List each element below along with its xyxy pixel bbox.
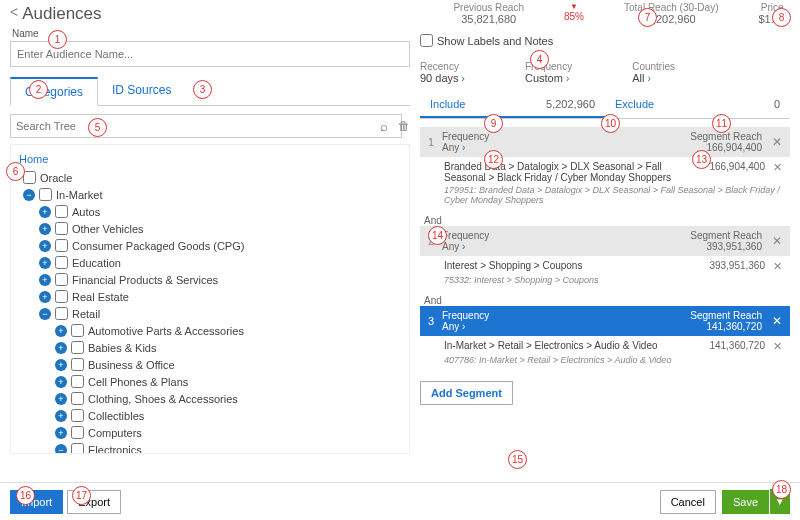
search-icon[interactable]: ⌕ bbox=[380, 119, 388, 134]
remove-segment-icon[interactable]: ✕ bbox=[772, 234, 782, 248]
delta-icon: ▼ bbox=[564, 2, 584, 11]
include-tab[interactable]: Include5,202,960 bbox=[420, 92, 605, 118]
delta-value: 85% bbox=[564, 11, 584, 22]
exclude-count: 0 bbox=[774, 98, 780, 112]
tree-label: Clothing, Shoes & Accessories bbox=[88, 393, 238, 405]
expand-icon[interactable]: + bbox=[39, 274, 51, 286]
segment-row-reach: 393,951,360 bbox=[685, 260, 765, 273]
exclude-tab[interactable]: Exclude0 bbox=[605, 92, 790, 118]
audience-name-input[interactable] bbox=[10, 41, 410, 67]
back-icon[interactable]: < bbox=[10, 4, 18, 20]
tree-label: In-Market bbox=[56, 189, 102, 201]
prev-reach-label: Previous Reach bbox=[453, 2, 524, 13]
tree-label: Collectibles bbox=[88, 410, 144, 422]
tree-label: Automotive Parts & Accessories bbox=[88, 325, 244, 337]
remove-row-icon[interactable]: ✕ bbox=[773, 161, 782, 183]
segment-header-2[interactable]: 2FrequencyAny ›Segment Reach393,951,360✕ bbox=[420, 226, 790, 256]
tree-label: Cell Phones & Plans bbox=[88, 376, 188, 388]
expand-icon[interactable]: + bbox=[55, 342, 67, 354]
save-dropdown-icon[interactable]: ▾ bbox=[770, 489, 790, 514]
segment-row-reach: 141,360,720 bbox=[685, 340, 765, 353]
tree-checkbox[interactable] bbox=[55, 205, 68, 218]
tree-checkbox[interactable] bbox=[71, 426, 84, 439]
include-count: 5,202,960 bbox=[546, 98, 595, 110]
expand-icon[interactable]: + bbox=[39, 257, 51, 269]
expand-icon[interactable]: + bbox=[39, 240, 51, 252]
tree-checkbox[interactable] bbox=[55, 290, 68, 303]
expand-icon[interactable]: + bbox=[55, 376, 67, 388]
frequency-value[interactable]: Custom › bbox=[525, 72, 572, 84]
segment-subtext: 407786: In-Market > Retail > Electronics… bbox=[420, 355, 790, 371]
import-button[interactable]: Import bbox=[10, 490, 63, 514]
tree-label: Financial Products & Services bbox=[72, 274, 218, 286]
chevron-right-icon: › bbox=[647, 73, 650, 84]
frequency-label: Frequency bbox=[525, 61, 572, 72]
collapse-icon[interactable]: − bbox=[39, 308, 51, 320]
expand-icon[interactable]: + bbox=[55, 325, 67, 337]
tree-label: Computers bbox=[88, 427, 142, 439]
tree-label: Consumer Packaged Goods (CPG) bbox=[72, 240, 244, 252]
collapse-icon[interactable]: − bbox=[55, 444, 67, 455]
expand-icon[interactable]: + bbox=[39, 291, 51, 303]
tree-checkbox[interactable] bbox=[55, 273, 68, 286]
collapse-icon[interactable]: − bbox=[23, 189, 35, 201]
tree-checkbox[interactable] bbox=[71, 392, 84, 405]
tree-checkbox[interactable] bbox=[71, 409, 84, 422]
expand-icon[interactable]: + bbox=[55, 359, 67, 371]
tree-checkbox[interactable] bbox=[71, 324, 84, 337]
tree-checkbox[interactable] bbox=[23, 171, 36, 184]
tree-checkbox[interactable] bbox=[39, 188, 52, 201]
tab-categories[interactable]: Categories bbox=[10, 77, 98, 106]
countries-value[interactable]: All › bbox=[632, 72, 675, 84]
show-labels-text: Show Labels and Notes bbox=[437, 35, 553, 47]
add-segment-button[interactable]: Add Segment bbox=[420, 381, 513, 405]
stats-bar: Previous Reach35,821,680 ▼85% Total Reac… bbox=[453, 2, 786, 25]
tree-label: Babies & Kids bbox=[88, 342, 156, 354]
export-button[interactable]: Export bbox=[67, 490, 121, 514]
tree-checkbox[interactable] bbox=[71, 358, 84, 371]
segment-row-reach: 166,904,400 bbox=[685, 161, 765, 183]
tree-checkbox[interactable] bbox=[71, 341, 84, 354]
segment-path: In-Market > Retail > Electronics > Audio… bbox=[444, 340, 685, 353]
search-tree-input[interactable] bbox=[10, 114, 402, 138]
tree-home-link[interactable]: Home bbox=[15, 149, 405, 169]
cancel-button[interactable]: Cancel bbox=[660, 490, 716, 514]
price-value: $1.19 bbox=[758, 13, 786, 25]
expand-icon[interactable]: + bbox=[55, 393, 67, 405]
tree-checkbox[interactable] bbox=[71, 443, 84, 454]
tree-label: Business & Office bbox=[88, 359, 175, 371]
total-reach-label: Total Reach (30-Day) bbox=[624, 2, 718, 13]
remove-segment-icon[interactable]: ✕ bbox=[772, 135, 782, 149]
tree-checkbox[interactable] bbox=[55, 222, 68, 235]
expand-icon[interactable]: + bbox=[39, 206, 51, 218]
tree-checkbox[interactable] bbox=[55, 307, 68, 320]
page-title: Audiences bbox=[22, 4, 101, 24]
tree-checkbox[interactable] bbox=[55, 239, 68, 252]
remove-segment-icon[interactable]: ✕ bbox=[772, 314, 782, 328]
save-button[interactable]: Save bbox=[722, 490, 769, 514]
clear-tree-icon[interactable]: 🗑 bbox=[398, 119, 410, 133]
segment-header-1[interactable]: 1FrequencyAny ›Segment Reach166,904,400✕ bbox=[420, 127, 790, 157]
recency-label: Recency bbox=[420, 61, 465, 72]
segment-path: Branded Data > Datalogix > DLX Seasonal … bbox=[444, 161, 685, 183]
recency-value[interactable]: 90 days › bbox=[420, 72, 465, 84]
and-label: And bbox=[420, 211, 790, 226]
chevron-right-icon: › bbox=[462, 73, 465, 84]
remove-row-icon[interactable]: ✕ bbox=[773, 260, 782, 273]
tree-label: Education bbox=[72, 257, 121, 269]
category-tree[interactable]: Home Oracle −In-Market +Autos +Other Veh… bbox=[10, 144, 410, 454]
tree-checkbox[interactable] bbox=[71, 375, 84, 388]
show-labels-checkbox[interactable] bbox=[420, 34, 433, 47]
remove-row-icon[interactable]: ✕ bbox=[773, 340, 782, 353]
expand-icon[interactable]: + bbox=[55, 410, 67, 422]
tree-label: Electronics bbox=[88, 444, 142, 455]
tree-checkbox[interactable] bbox=[55, 256, 68, 269]
segment-subtext: 179951: Branded Data > Datalogix > DLX S… bbox=[420, 185, 790, 211]
tree-label: Autos bbox=[72, 206, 100, 218]
segment-path: Interest > Shopping > Coupons bbox=[444, 260, 685, 273]
segment-header-3[interactable]: 3FrequencyAny ›Segment Reach141,360,720✕ bbox=[420, 306, 790, 336]
expand-icon[interactable]: + bbox=[55, 427, 67, 439]
expand-icon[interactable]: + bbox=[39, 223, 51, 235]
tab-id-sources[interactable]: ID Sources bbox=[98, 77, 185, 105]
chevron-right-icon: › bbox=[566, 73, 569, 84]
